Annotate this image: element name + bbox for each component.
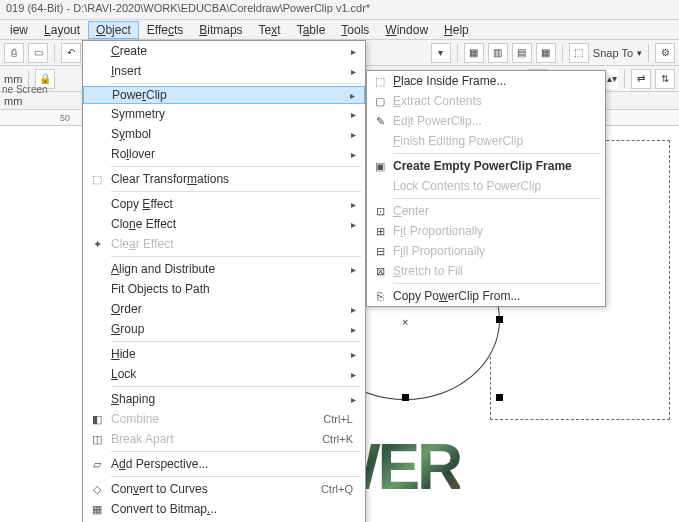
menu-combine: ◧CombineCtrl+L xyxy=(83,409,365,429)
fill-icon: ⊟ xyxy=(367,245,393,258)
menu-align-distribute[interactable]: Align and Distribute▸ xyxy=(83,259,365,279)
menu-object[interactable]: Object xyxy=(88,21,139,39)
selection-handle[interactable] xyxy=(496,316,503,323)
menu-bar: iew Layout Object Effects Bitmaps Text T… xyxy=(0,20,679,40)
dropdown-icon[interactable]: ▾ xyxy=(431,43,451,63)
powerclip-submenu: ⬚Place Inside Frame... ▢Extract Contents… xyxy=(366,70,606,307)
frame-icon: ▣ xyxy=(367,160,393,173)
center-icon: ⊡ xyxy=(367,205,393,218)
menu-order[interactable]: Order▸ xyxy=(83,299,365,319)
copy-icon: ⎘ xyxy=(367,290,393,302)
fit-icon: ⊞ xyxy=(367,225,393,238)
combine-icon: ◧ xyxy=(83,413,111,426)
mirror-icon[interactable]: ⇄ xyxy=(631,69,651,89)
submenu-lock-contents: Lock Contents to PowerClip xyxy=(367,176,605,196)
menu-create[interactable]: Create▸ xyxy=(83,41,365,61)
screen-label: ne Screen xyxy=(2,84,48,95)
snap-icon[interactable]: ⬚ xyxy=(569,43,589,63)
menu-clear-effect: ✦Clear Effect xyxy=(83,234,365,254)
menu-convert-curves[interactable]: ◇Convert to CurvesCtrl+Q xyxy=(83,479,365,499)
place-icon: ⬚ xyxy=(367,75,393,88)
clear-trans-icon: ⬚ xyxy=(83,173,111,186)
break-icon: ◫ xyxy=(83,433,111,446)
menu-symmetry[interactable]: Symmetry▸ xyxy=(83,104,365,124)
bitmap-icon: ▦ xyxy=(83,503,111,516)
menu-table[interactable]: Table xyxy=(289,21,334,39)
snap-to-label[interactable]: Snap To xyxy=(593,47,633,59)
menu-view[interactable]: iew xyxy=(2,21,36,39)
tool-icon[interactable]: ↶ xyxy=(61,43,81,63)
menu-clone-effect[interactable]: Clone Effect▸ xyxy=(83,214,365,234)
submenu-center: ⊡Center xyxy=(367,201,605,221)
menu-tools[interactable]: Tools xyxy=(333,21,377,39)
menu-add-perspective[interactable]: ▱Add Perspective... xyxy=(83,454,365,474)
menu-clear-transformations[interactable]: ⬚Clear Transformations xyxy=(83,169,365,189)
submenu-extract: ▢Extract Contents xyxy=(367,91,605,111)
menu-effects[interactable]: Effects xyxy=(139,21,191,39)
extract-icon: ▢ xyxy=(367,95,393,108)
tool-icon[interactable]: ⎙ xyxy=(4,43,24,63)
tool-icon[interactable]: ▭ xyxy=(28,43,48,63)
menu-rollover[interactable]: Rollover▸ xyxy=(83,144,365,164)
selection-handle[interactable] xyxy=(402,394,409,401)
curves-icon: ◇ xyxy=(83,483,111,496)
grid-icon[interactable]: ▦ xyxy=(536,43,556,63)
clear-effect-icon: ✦ xyxy=(83,238,111,251)
grid-icon[interactable]: ▦ xyxy=(464,43,484,63)
perspective-icon: ▱ xyxy=(83,458,111,471)
menu-window[interactable]: Window xyxy=(377,21,436,39)
grid-icon[interactable]: ▤ xyxy=(512,43,532,63)
menu-copy-effect[interactable]: Copy Effect▸ xyxy=(83,194,365,214)
submenu-fit-proportionally: ⊞Fit Proportionally xyxy=(367,221,605,241)
submenu-edit-powerclip: ✎Edit PowerClip... xyxy=(367,111,605,131)
menu-text[interactable]: Text xyxy=(251,21,289,39)
menu-insert[interactable]: Insert▸ xyxy=(83,61,365,81)
submenu-copy-from[interactable]: ⎘Copy PowerClip From... xyxy=(367,286,605,306)
object-menu-dropdown: Create▸ Insert▸ PowerClip▸ Symmetry▸ Sym… xyxy=(82,40,366,522)
menu-shaping[interactable]: Shaping▸ xyxy=(83,389,365,409)
mirror-icon[interactable]: ⇅ xyxy=(655,69,675,89)
menu-help[interactable]: Help xyxy=(436,21,477,39)
stretch-icon: ⊠ xyxy=(367,265,393,278)
menu-break-apart: ◫Break ApartCtrl+K xyxy=(83,429,365,449)
menu-symbol[interactable]: Symbol▸ xyxy=(83,124,365,144)
submenu-fill-proportionally: ⊟Fill Proportionally xyxy=(367,241,605,261)
menu-lock[interactable]: Lock▸ xyxy=(83,364,365,384)
menu-layout[interactable]: Layout xyxy=(36,21,88,39)
spinner-icon[interactable]: ▴▾ xyxy=(606,69,618,89)
unit-label: mm xyxy=(4,73,22,85)
menu-group[interactable]: Group▸ xyxy=(83,319,365,339)
submenu-finish-editing: Finish Editing PowerClip xyxy=(367,131,605,151)
edit-icon: ✎ xyxy=(367,115,393,128)
menu-powerclip[interactable]: PowerClip▸ xyxy=(83,86,365,104)
selection-handle[interactable] xyxy=(496,394,503,401)
unit-label: mm xyxy=(4,95,22,107)
menu-hide[interactable]: Hide▸ xyxy=(83,344,365,364)
ruler-tick: 50 xyxy=(60,113,70,123)
submenu-create-empty[interactable]: ▣Create Empty PowerClip Frame xyxy=(367,156,605,176)
submenu-stretch-fill: ⊠Stretch to Fill xyxy=(367,261,605,281)
title-bar: 019 (64-Bit) - D:\RAVI-2020\WORK\EDUCBA\… xyxy=(0,0,679,20)
center-marker: × xyxy=(402,316,408,328)
menu-fit-objects-path[interactable]: Fit Objects to Path xyxy=(83,279,365,299)
submenu-place-inside[interactable]: ⬚Place Inside Frame... xyxy=(367,71,605,91)
menu-bitmaps[interactable]: Bitmaps xyxy=(191,21,250,39)
menu-convert-bitmap[interactable]: ▦Convert to Bitmap... xyxy=(83,499,365,519)
options-icon[interactable]: ⚙ xyxy=(655,43,675,63)
grid-icon[interactable]: ▥ xyxy=(488,43,508,63)
